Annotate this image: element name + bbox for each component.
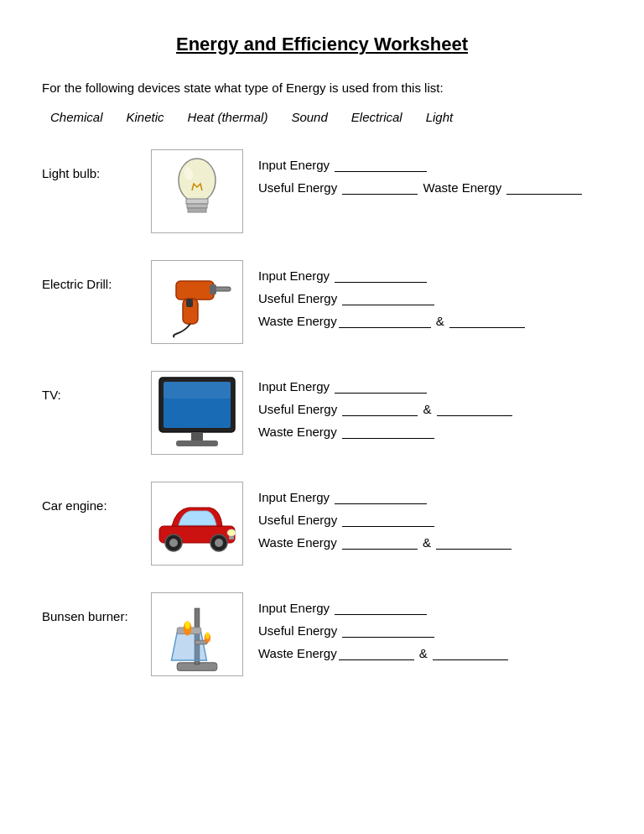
instruction-text: For the following devices state what typ… [42, 81, 602, 95]
svg-rect-14 [176, 440, 218, 446]
drill-waste-blank1[interactable] [339, 327, 431, 328]
lightbulb-useful-blank[interactable] [342, 194, 418, 195]
bunsen-useful-energy: Useful Energy [258, 623, 510, 638]
energy-type-sound: Sound [291, 110, 327, 124]
bunsen-input-blank[interactable] [335, 614, 427, 615]
car-waste-blank1[interactable] [342, 549, 418, 550]
energy-types-row: Chemical Kinetic Heat (thermal) Sound El… [42, 110, 602, 124]
energy-type-chemical: Chemical [50, 110, 103, 124]
energy-type-light: Light [426, 110, 454, 124]
tv-waste-energy: Waste Energy [258, 425, 514, 439]
device-car-label: Car engine: [42, 482, 151, 513]
car-waste-blank2[interactable] [436, 549, 512, 550]
bunsen-waste-energy: Waste Energy & [258, 646, 510, 660]
tv-useful-energy: Useful Energy & [258, 402, 514, 416]
drill-useful-blank[interactable] [342, 305, 434, 305]
device-car: Car engine: Input Energy Useful Energy [42, 482, 602, 566]
device-drill-image [151, 260, 243, 344]
device-tv-image [151, 371, 243, 455]
tv-useful-blank1[interactable] [342, 415, 418, 416]
svg-point-29 [205, 633, 210, 639]
drill-waste-energy: Waste Energy & [258, 314, 527, 328]
svg-rect-9 [210, 284, 216, 295]
svg-rect-3 [188, 208, 206, 212]
energy-type-heat: Heat (thermal) [188, 110, 268, 124]
car-input-energy: Input Energy [258, 490, 513, 504]
device-car-image [151, 482, 243, 566]
tv-input-energy: Input Energy [258, 379, 514, 394]
tv-useful-blank2[interactable] [437, 415, 512, 416]
bunsen-input-energy: Input Energy [258, 601, 510, 615]
device-lightbulb-image [151, 149, 243, 233]
device-bunsen-fields: Input Energy Useful Energy Waste Energy … [258, 592, 510, 660]
device-drill-fields: Input Energy Useful Energy Waste Energy … [258, 260, 527, 328]
svg-point-17 [169, 539, 178, 547]
svg-point-0 [179, 159, 216, 202]
device-tv-fields: Input Energy Useful Energy & Waste Energ… [258, 371, 514, 439]
svg-point-20 [227, 529, 236, 536]
lightbulb-useful-waste: Useful Energy Waste Energy [258, 180, 584, 195]
svg-point-19 [215, 539, 223, 547]
drill-input-energy: Input Energy [258, 268, 527, 283]
svg-rect-1 [186, 199, 208, 204]
device-drill: Electric Drill: Input Energy Useful Ener… [42, 260, 602, 344]
device-lightbulb-fields: Input Energy Useful Energy Waste Energy [258, 149, 584, 195]
svg-rect-8 [186, 299, 193, 307]
energy-type-electrical: Electrical [351, 110, 402, 124]
device-lightbulb: Light bulb: Input Energy Useful Energy W… [42, 149, 602, 233]
svg-rect-13 [191, 432, 203, 440]
device-drill-label: Electric Drill: [42, 260, 151, 291]
drill-useful-energy: Useful Energy [258, 291, 527, 305]
lightbulb-waste-blank[interactable] [506, 194, 582, 195]
energy-type-kinetic: Kinetic [127, 110, 164, 124]
lightbulb-input-blank[interactable] [335, 171, 427, 172]
device-tv: TV: Input Energy Useful Energy & Waste E… [42, 371, 602, 455]
tv-waste-blank[interactable] [342, 438, 434, 439]
drill-waste-blank2[interactable] [449, 327, 525, 328]
car-useful-energy: Useful Energy [258, 513, 513, 527]
device-bunsen-label: Bunsen burner: [42, 592, 151, 623]
car-waste-energy: Waste Energy & [258, 535, 513, 550]
bunsen-useful-blank[interactable] [342, 637, 434, 638]
svg-rect-12 [164, 382, 231, 399]
car-input-blank[interactable] [335, 503, 427, 504]
page-title: Energy and Efficiency Worksheet [42, 34, 602, 55]
device-tv-label: TV: [42, 371, 151, 402]
drill-input-blank[interactable] [335, 282, 427, 283]
bunsen-waste-blank1[interactable] [339, 659, 414, 660]
svg-rect-2 [187, 204, 207, 208]
device-car-fields: Input Energy Useful Energy Waste Energy … [258, 482, 513, 550]
device-bunsen-image [151, 592, 243, 676]
svg-point-26 [185, 621, 190, 629]
svg-rect-5 [176, 281, 214, 300]
bunsen-waste-blank2[interactable] [433, 659, 508, 660]
car-useful-blank[interactable] [342, 526, 434, 527]
device-lightbulb-label: Light bulb: [42, 149, 151, 180]
device-bunsen: Bunsen burner: Input Energy Useful Energ… [42, 592, 602, 676]
lightbulb-input-energy: Input Energy [258, 158, 584, 172]
svg-rect-21 [229, 536, 234, 539]
tv-input-blank[interactable] [335, 393, 427, 394]
